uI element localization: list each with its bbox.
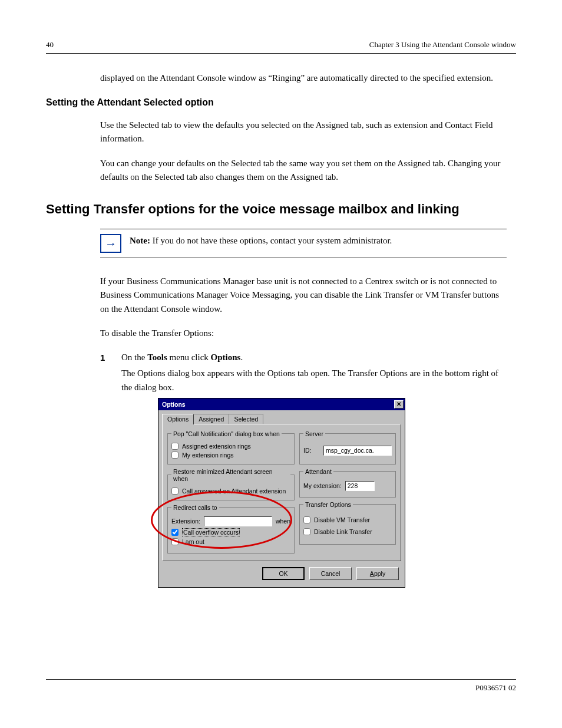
- close-icon: ✕: [396, 401, 401, 407]
- chk-i-am-out[interactable]: [171, 538, 178, 545]
- dialog-title: Options: [162, 401, 186, 408]
- group-server: Server ID: msp_cgy_doc.ca.: [299, 430, 396, 465]
- note-text: Note: If you do not have these options, …: [130, 234, 392, 248]
- chk-my-ext-rings-label: My extension rings: [182, 452, 234, 459]
- para-3: You can change your defaults on the Sele…: [100, 157, 507, 185]
- chk-assigned-ext-rings-label: Assigned extension rings: [182, 443, 251, 450]
- note-box: → Note: If you do not have these options…: [100, 229, 507, 258]
- group-server-legend: Server: [303, 430, 325, 437]
- options-dialog: Options ✕ Options Assigned Selected Pop …: [158, 398, 405, 588]
- close-button[interactable]: ✕: [394, 400, 404, 409]
- redirect-when-label: when: [276, 518, 290, 525]
- chk-assigned-ext-rings[interactable]: [171, 443, 178, 450]
- para-4: If your Business Communications Manager …: [100, 275, 507, 316]
- chk-disable-vm-label: Disable VM Transfer: [314, 516, 370, 523]
- page-number: 40: [46, 40, 54, 50]
- group-attendant: Attendant My extension: 228: [299, 468, 396, 498]
- section-title: Setting the Attendant Selected option: [46, 95, 452, 110]
- group-attendant-legend: Attendant: [303, 468, 333, 475]
- step-subtext: The Options dialog box appears with the …: [121, 367, 507, 394]
- arrow-right-icon: →: [100, 234, 121, 253]
- chk-call-answered-label: Call answered on Attendant extension: [182, 487, 286, 495]
- server-id-input[interactable]: msp_cgy_doc.ca.: [323, 446, 392, 456]
- chk-disable-vm[interactable]: [303, 516, 310, 523]
- tab-assigned[interactable]: Assigned: [193, 414, 229, 424]
- tab-selected[interactable]: Selected: [229, 414, 263, 424]
- group-restore-legend: Restore minimized Attendant screen when: [171, 468, 290, 482]
- para-5: To disable the Transfer Options:: [100, 327, 507, 340]
- para-2: Use the Selected tab to view the default…: [100, 118, 507, 146]
- dialog-button-row: OK Cancel Apply: [158, 561, 405, 587]
- group-redirect-legend: Redirect calls to: [171, 504, 219, 511]
- chk-disable-link[interactable]: [303, 528, 310, 535]
- attendant-ext-label: My extension:: [303, 482, 342, 489]
- note-body: If you do not have these options, contac…: [153, 236, 392, 245]
- chk-call-overflow[interactable]: [171, 529, 178, 536]
- group-pop-legend: Pop "Call Notification" dialog box when: [171, 430, 282, 437]
- doc-id: P0936571 02: [475, 683, 516, 692]
- cancel-button[interactable]: Cancel: [309, 567, 352, 580]
- header-rule: [46, 53, 516, 54]
- dialog-titlebar: Options ✕: [158, 398, 405, 410]
- group-redirect-calls: Redirect calls to Extension: when Call o…: [167, 504, 295, 554]
- group-transfer-legend: Transfer Options: [303, 501, 353, 508]
- tab-row: Options Assigned Selected: [162, 414, 401, 424]
- step-number: 1: [100, 351, 111, 394]
- chk-call-answered[interactable]: [171, 487, 178, 495]
- chk-my-ext-rings[interactable]: [171, 452, 178, 459]
- chk-call-overflow-label: Call overflow occurs: [182, 528, 240, 536]
- para-intro: displayed on the Attendant Console windo…: [100, 71, 507, 85]
- redirect-extension-input[interactable]: [204, 516, 272, 526]
- group-transfer-options: Transfer Options Disable VM Transfer Dis…: [299, 501, 396, 545]
- server-id-label: ID:: [303, 447, 320, 454]
- ok-button[interactable]: OK: [262, 567, 305, 580]
- apply-button[interactable]: Apply: [356, 567, 399, 580]
- step-1: 1 On the Tools menu click Options. The O…: [100, 351, 507, 394]
- attendant-ext-input[interactable]: 228: [345, 481, 375, 491]
- group-restore-minimized: Restore minimized Attendant screen when …: [167, 468, 295, 500]
- chk-i-am-out-label: I am out: [182, 538, 204, 545]
- note-label: Note:: [130, 236, 150, 245]
- chapter-title: Chapter 3 Using the Attendant Console wi…: [369, 40, 516, 50]
- chk-disable-link-label: Disable Link Transfer: [314, 528, 372, 535]
- step-text: On the Tools menu click Options.: [121, 351, 507, 364]
- tab-panel-options: Pop "Call Notification" dialog box when …: [162, 424, 401, 561]
- tab-options[interactable]: Options: [162, 414, 194, 424]
- group-pop-notification: Pop "Call Notification" dialog box when …: [167, 430, 295, 465]
- redirect-extension-label: Extension:: [171, 518, 200, 525]
- page-footer: P0936571 02: [46, 679, 516, 693]
- h2-transfer-options: Setting Transfer options for the voice m…: [46, 202, 516, 217]
